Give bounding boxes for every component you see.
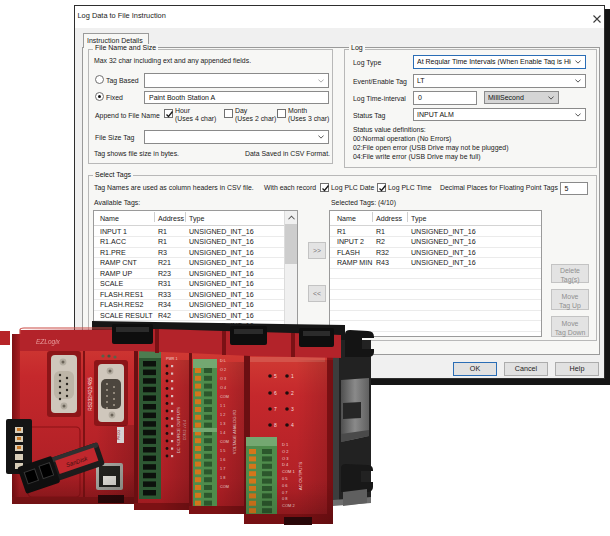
svg-text:5: 5 xyxy=(274,373,277,379)
svg-text:1: 1 xyxy=(291,373,294,379)
svg-text:2: 2 xyxy=(291,390,294,396)
svg-text:COM 1: COM 1 xyxy=(282,469,295,474)
svg-text:EZLogix: EZLogix xyxy=(36,338,61,346)
svg-text:O 2: O 2 xyxy=(282,449,289,454)
svg-text:D 1: D 1 xyxy=(282,442,289,447)
svg-text:4: 4 xyxy=(291,422,294,428)
svg-text:7: 7 xyxy=(274,406,277,412)
svg-text:6: 6 xyxy=(274,390,277,396)
svg-text:3: 3 xyxy=(291,406,294,412)
svg-text:O 3: O 3 xyxy=(282,456,289,461)
svg-text:8: 8 xyxy=(274,422,277,428)
svg-text:RS232/422/485: RS232/422/485 xyxy=(88,377,93,411)
svg-text:D 4: D 4 xyxy=(282,462,289,467)
